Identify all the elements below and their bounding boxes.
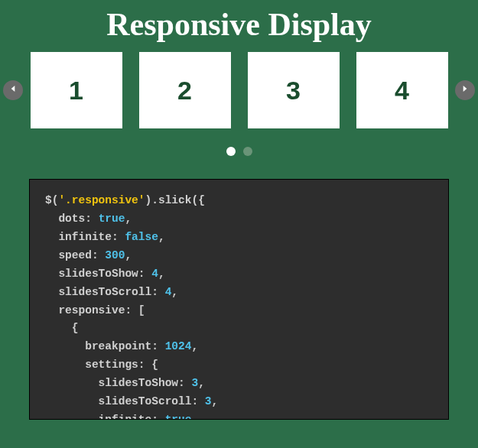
pagination-dots [0, 147, 478, 156]
slide-label: 2 [177, 76, 192, 106]
slide[interactable]: 3 [248, 52, 340, 128]
carousel: 1 2 3 4 [0, 52, 478, 128]
slide-label: 4 [395, 76, 409, 106]
arrow-prev[interactable] [3, 80, 23, 100]
slide-label: 1 [69, 76, 83, 106]
code-snippet: $('.responsive').slick({ dots: true, inf… [29, 179, 449, 420]
dot[interactable] [243, 147, 252, 156]
slide-label: 3 [286, 76, 301, 106]
page-title: Responsive Display [0, 0, 478, 52]
slide[interactable]: 2 [139, 52, 231, 128]
chevron-left-icon [8, 83, 18, 97]
arrow-next[interactable] [455, 80, 475, 100]
dot[interactable] [226, 147, 236, 156]
slide[interactable]: 4 [356, 52, 448, 128]
chevron-right-icon [460, 83, 470, 97]
slide[interactable]: 1 [31, 52, 122, 128]
slides-container: 1 2 3 4 [23, 52, 455, 128]
